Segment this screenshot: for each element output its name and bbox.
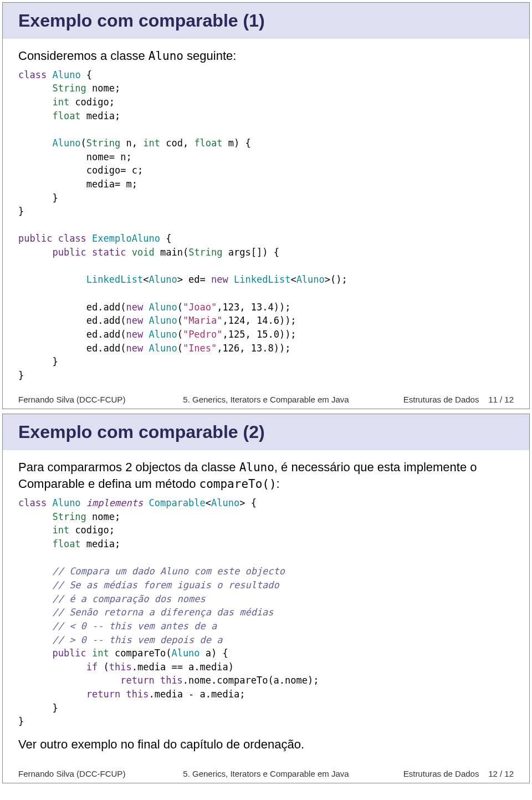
text: seguinte: <box>183 49 236 63</box>
mono-text: Aluno <box>149 49 183 63</box>
slide-1: Exemplo com comparable (1) Consideremos … <box>2 2 530 409</box>
slide-2: Exemplo com comparable (2) Para comparar… <box>2 414 530 783</box>
classname: Aluno <box>171 648 200 659</box>
kw: new <box>126 315 143 326</box>
classname: Aluno <box>149 315 177 326</box>
footer-title: 5. Generics, Iterators e Comparable em J… <box>142 769 390 778</box>
code: media; <box>81 538 121 549</box>
code: media= m; <box>86 179 137 190</box>
code-block-1: class Aluno { String nome; int codigo; f… <box>18 68 514 383</box>
type: int <box>143 137 160 149</box>
classname: Aluno <box>149 274 177 285</box>
kw: static <box>92 247 126 258</box>
code: ed.add( <box>86 302 126 313</box>
code: } <box>52 356 58 367</box>
code: .media - a.media; <box>149 689 245 700</box>
code: } <box>52 702 58 714</box>
code: ( <box>177 329 183 340</box>
slide-title: Exemplo com comparable (1) <box>3 3 529 39</box>
str: "Pedro" <box>183 329 223 340</box>
kw: public <box>52 648 86 659</box>
page-num: 11 / 12 <box>488 395 514 404</box>
code: m <box>223 137 234 149</box>
code: ( <box>177 302 183 313</box>
code: n, <box>120 137 143 149</box>
classname: LinkedList <box>86 274 143 285</box>
type: String <box>188 247 222 258</box>
code: ,123, 13.4)); <box>217 302 290 313</box>
code: ,124, 14.6)); <box>223 315 296 326</box>
code: main( <box>155 247 188 258</box>
slide-footer: Fernando Silva (DCC-FCUP) 5. Generics, I… <box>18 766 514 783</box>
intro-text: Consideremos a classe Aluno seguinte: <box>18 48 514 65</box>
code: < <box>143 274 149 285</box>
code: ed.add( <box>86 329 126 340</box>
kw: new <box>126 343 143 354</box>
slide-title: Exemplo com comparable (2) <box>3 414 529 450</box>
kw: new <box>211 274 228 285</box>
code: } <box>52 192 58 203</box>
kw: public <box>18 233 52 244</box>
code: { <box>81 69 92 80</box>
code: < <box>206 497 211 508</box>
code: ed.add( <box>86 315 126 326</box>
kw: implements <box>86 497 143 508</box>
footer-author: Fernando Silva (DCC-FCUP) <box>18 395 142 404</box>
kw: return <box>120 675 154 686</box>
slide-body: Para compararmos 2 objectos da classe Al… <box>3 450 529 761</box>
code: .media == a.media) <box>132 661 234 672</box>
str: "Maria" <box>183 315 223 326</box>
code: nome; <box>86 511 120 522</box>
comment: // Senão retorna a diferença das médias <box>52 607 273 618</box>
code: < <box>290 274 296 285</box>
kw: public <box>52 247 86 258</box>
code: ,126, 13.8)); <box>217 343 290 354</box>
slide-body: Consideremos a classe Aluno seguinte: cl… <box>3 39 529 387</box>
classname: Comparable <box>143 497 206 508</box>
comment: // < 0 -- this vem antes de a <box>52 620 217 631</box>
code: >(); <box>325 274 347 285</box>
intro-text: Para compararmos 2 objectos da classe Al… <box>18 459 514 493</box>
type: int <box>52 96 69 108</box>
kw: new <box>126 329 143 340</box>
footer-page: Estruturas de Dados 12 / 12 <box>390 769 514 778</box>
comment: // > 0 -- this vem depois de a <box>52 634 222 645</box>
type: String <box>52 511 86 522</box>
code: cod, <box>160 137 194 149</box>
code: codigo; <box>69 96 115 108</box>
classname: Aluno <box>211 497 239 508</box>
type: void <box>132 247 155 258</box>
classname: Aluno <box>149 329 177 340</box>
classname: Aluno <box>149 302 177 313</box>
code-block-2: class Aluno implements Comparable<Aluno>… <box>18 496 514 728</box>
kw: return <box>86 689 120 700</box>
kw: this <box>109 661 132 672</box>
code: ( <box>81 137 86 149</box>
comment: // Se as médias forem iguais o resultado <box>52 579 279 590</box>
type: float <box>194 137 222 149</box>
code <box>155 675 160 686</box>
str: "Joao" <box>183 302 217 313</box>
code: > { <box>239 497 257 508</box>
code <box>143 302 149 313</box>
mono-text: Aluno <box>239 461 274 474</box>
code: compareTo( <box>109 648 172 659</box>
code: media; <box>81 110 121 121</box>
code: args[]) { <box>223 247 279 258</box>
kw: new <box>126 302 143 313</box>
code <box>143 315 149 326</box>
type: float <box>52 538 80 549</box>
code: } <box>18 716 24 727</box>
comment: // Compara um dado Aluno com este object… <box>52 565 285 577</box>
page-num: 12 / 12 <box>488 769 514 778</box>
footer-author: Fernando Silva (DCC-FCUP) <box>18 769 142 778</box>
code: nome= n; <box>86 151 132 162</box>
code: codigo= c; <box>86 165 143 176</box>
code: { <box>160 233 171 244</box>
code: ( <box>177 315 183 326</box>
code: } <box>18 206 24 217</box>
text: Para compararmos 2 objectos da classe <box>18 460 239 474</box>
mono-text: compareTo() <box>200 477 277 491</box>
code: nome; <box>86 83 120 94</box>
code: ( <box>98 661 109 672</box>
